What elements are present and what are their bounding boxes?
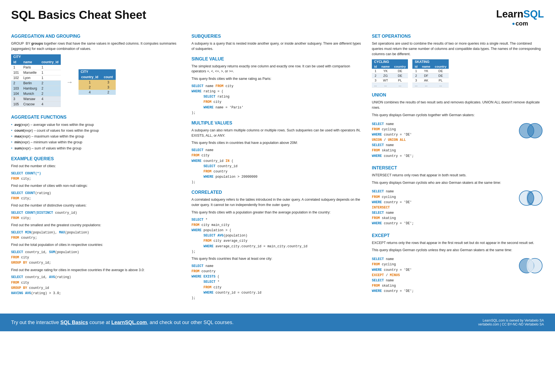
- logo-learn: LearnSQL: [496, 8, 544, 20]
- q2-label: Find out the number of cities with non-n…: [11, 183, 183, 189]
- footer-right-line1: LearnSQL.com is owned by Vertabelo SA: [478, 319, 544, 322]
- city-table-row: 105Cracow4: [11, 101, 61, 107]
- intersect-title: INTERSECT: [372, 166, 544, 170]
- intersect-code-venn-wrapper: SELECT name FROM cycling WHERE country =…: [372, 187, 544, 228]
- q5-code: SELECT country_id, SUM(population) FROM …: [11, 250, 183, 266]
- agg-function-item: avg(expr) – average value for rows withi…: [11, 122, 183, 128]
- result-table-container: CITY country_id count 132342: [79, 69, 116, 95]
- columns-wrapper: AGGREGATION AND GROUPING GROUP BY groups…: [11, 34, 544, 302]
- single-value-code: SELECT name FROM city WHERE rating = ( S…: [191, 84, 364, 116]
- city-col-name: name: [21, 59, 39, 65]
- logo-area: LearnSQL ● com: [496, 8, 544, 27]
- skating-table-row: 1YKDE: [412, 69, 448, 73]
- city-table-row: 102Lyon1: [11, 75, 61, 80]
- city-table-row: 103Hamburg2: [11, 86, 61, 91]
- footer-right-line2: vertabelo.com | CC BY-NC-ND Vertabelo SA: [478, 322, 544, 326]
- result-table-row: 42: [79, 90, 116, 95]
- multiple-values-text: A subquery can also return multiple colu…: [191, 128, 364, 138]
- city-table-container: CITY id name country_id 1Paris1101Marsei…: [11, 54, 61, 110]
- set-tables-row: CYCLING id name country 1YKDE2ZGDE3WTPL.…: [372, 59, 544, 88]
- footer: Try out the interactive SQL Basics cours…: [0, 314, 555, 331]
- correlated-text: A correlated subquery refers to the tabl…: [191, 197, 364, 208]
- cycling-table-row: 3WTPL: [372, 78, 408, 83]
- skating-table: id name country 1YKDE2DFDE3AKPL.........: [412, 64, 448, 88]
- agg-function-item: count(expr) – count of values for rows w…: [11, 128, 183, 134]
- q5-label: Find out the total population of cities …: [11, 242, 183, 248]
- city-table: id name country_id 1Paris1101Marseille11…: [11, 59, 61, 107]
- city-table-row: 1Paris1: [11, 65, 61, 70]
- city-col-id: id: [11, 59, 21, 65]
- city-col-country-id: country_id: [39, 59, 60, 65]
- skating-table-row: .........: [412, 83, 448, 88]
- section-agg-functions-title: AGGREGATE FUNCTIONS: [11, 115, 183, 120]
- cycling-col-id: id: [372, 64, 379, 69]
- agg-functions-list: avg(expr) – average value for rows withi…: [11, 122, 183, 151]
- section-subqueries-title: SUBQUERIES: [191, 34, 364, 39]
- correlated-intro3: This query finds countries that have at …: [191, 256, 364, 261]
- cycling-table: id name country 1YKDE2ZGDE3WTPL.........: [372, 64, 408, 88]
- multiple-values-code: SELECT name FROM city WHERE country_id I…: [191, 148, 364, 185]
- skating-col-country: country: [433, 64, 449, 69]
- q3-label: Find out the number of distinctive count…: [11, 203, 183, 208]
- result-col-count: count: [101, 74, 116, 80]
- arrow-icon: →: [66, 78, 73, 86]
- union-code-venn-wrapper: SELECT name FROM cycling WHERE country =…: [372, 120, 544, 161]
- aggregation-intro: GROUP BY groups together rows that have …: [11, 41, 183, 52]
- correlated-intro2: This query finds cities with a populatio…: [191, 210, 364, 215]
- q3-code: SELECT COUNT(DISTINCT country_id) FROM c…: [11, 210, 183, 221]
- cycling-col-name: name: [379, 64, 392, 69]
- cycling-table-row: .........: [372, 83, 408, 88]
- agg-function-item: sum(expr) – sum of values within the gro…: [11, 146, 183, 151]
- city-table-wrapper: CITY id name country_id 1Paris1101Marsei…: [11, 54, 183, 110]
- cycling-label: CYCLING: [372, 59, 408, 64]
- q2-code: SELECT COUNT(rating) FROM city;: [11, 191, 183, 201]
- result-table-body: 132342: [79, 80, 116, 95]
- section-correlated-title: CORRELATED: [191, 190, 364, 195]
- section-set-operations-title: SET OPERATIONS: [372, 34, 544, 39]
- logo: LearnSQL: [496, 8, 544, 20]
- multiple-values-intro2: This query finds cities in countries tha…: [191, 140, 364, 146]
- skating-table-body: 1YKDE2DFDE3AKPL.........: [412, 69, 448, 88]
- correlated-code2: SELECT name FROM country WHERE EXISTS ( …: [191, 264, 364, 301]
- union-text2: This query displays German cyclists toge…: [372, 113, 544, 118]
- city-table-row: 104Munich2: [11, 91, 61, 96]
- q4-label: Find out the smallest and the greatest c…: [11, 223, 183, 228]
- result-col-country-id: country_id: [79, 74, 101, 80]
- venn-circle-right: [527, 123, 543, 138]
- learnsql-link[interactable]: LearnSQL.com: [111, 320, 147, 325]
- set-operations-intro: Set operations are used to combine the r…: [372, 41, 544, 57]
- q1-code: SELECT COUNT(*) FROM city;: [11, 171, 183, 182]
- union-text1: UNION combines the results of two result…: [372, 100, 544, 110]
- city-table-body: 1Paris1101Marseille1102Lyon12Berlin2103H…: [11, 65, 61, 107]
- except-title: EXCEPT: [372, 233, 544, 238]
- except-code: SELECT name FROM cycling WHERE country =…: [372, 257, 516, 294]
- intersect-text1: INTERSECT returns only rows that appear …: [372, 173, 544, 178]
- q1-label: Find out the number of cities:: [11, 164, 183, 169]
- except-text1: EXCEPT returns only the rows that appear…: [372, 240, 544, 246]
- intersect-text2: This query displays German cyclists who …: [372, 180, 544, 185]
- cycling-table-row: 2ZGDE: [372, 73, 408, 78]
- single-value-text: The simplest subquery returns exactly on…: [191, 64, 364, 74]
- skating-table-row: 3AKPL: [412, 78, 448, 83]
- skating-table-container: SKATING id name country 1YKDE2DFDE3AKPL.…: [412, 59, 448, 88]
- main-content: SQL Basics Cheat Sheet LearnSQL ● com AG…: [0, 0, 555, 308]
- logo-com: com: [516, 20, 528, 27]
- agg-function-item: min(expr) – minimum value within the gro…: [11, 139, 183, 145]
- sql-basics-link[interactable]: SQL Basics: [60, 320, 88, 325]
- section-example-queries-title: EXAMPLE QUERIES: [11, 156, 183, 161]
- page-title: SQL Basics Cheat Sheet: [11, 8, 146, 22]
- skating-col-name: name: [420, 64, 433, 69]
- col3: SET OPERATIONS Set operations are used t…: [372, 34, 544, 302]
- cycling-table-container: CYCLING id name country 1YKDE2ZGDE3WTPL.…: [372, 59, 408, 88]
- city-table-row: 101Marseille1: [11, 70, 61, 75]
- skating-label: SKATING: [412, 59, 448, 64]
- union-code: SELECT name FROM cycling WHERE country =…: [372, 122, 516, 159]
- skating-table-row: 2DFDE: [412, 73, 448, 78]
- agg-function-item: max(expr) – maximum value within the gro…: [11, 134, 183, 139]
- q6-code: SELECT country_id, AVG(rating) FROM city…: [11, 275, 183, 296]
- city-table-label: CITY: [11, 54, 61, 59]
- section-aggregation-title: AGGREGATION AND GROUPING: [11, 34, 183, 39]
- col1: AGGREGATION AND GROUPING GROUP BY groups…: [11, 34, 183, 302]
- cycling-table-row: 1YKDE: [372, 69, 408, 73]
- logo-sql: SQL: [523, 8, 544, 20]
